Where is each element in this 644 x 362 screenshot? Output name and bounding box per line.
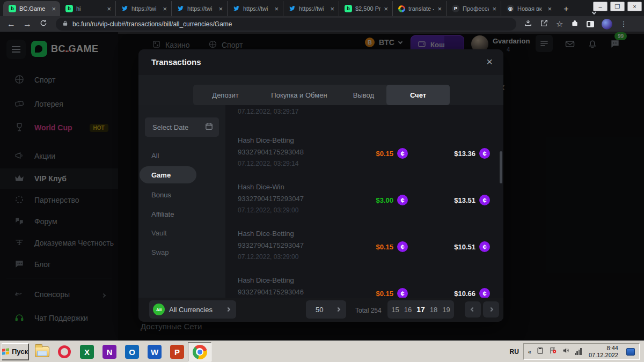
tab-close-icon[interactable]: ×	[384, 5, 388, 12]
tab-close-icon[interactable]: ×	[52, 5, 56, 12]
tab-close-icon[interactable]: ×	[274, 5, 279, 12]
tab-label: translate -	[408, 5, 434, 12]
filter-bonus[interactable]: Bonus	[151, 191, 171, 199]
reload-button[interactable]	[35, 19, 52, 29]
modal-tab-band: Депозит Покупка и Обмен Вывод Счет	[138, 75, 503, 105]
tray-clock[interactable]: 8:44 07.12.2022	[589, 345, 618, 359]
modal-close-icon[interactable]: ×	[486, 56, 493, 68]
prev-page-button[interactable]	[465, 301, 481, 317]
restore-button[interactable]: ❐	[610, 2, 625, 11]
taskbar-opera[interactable]	[56, 344, 73, 360]
tab-withdraw[interactable]: Вывод	[341, 85, 386, 105]
page-17-current[interactable]: 17	[416, 305, 425, 314]
bookmark-star-icon[interactable]: ☆	[556, 19, 563, 29]
taskbar-excel[interactable]: X	[78, 344, 96, 360]
tx-amount: $0.15¢	[376, 241, 408, 252]
filter-all[interactable]: All	[151, 152, 159, 160]
tx-id: 93327904175293048	[238, 148, 490, 156]
taskbar-chrome-active[interactable]	[188, 342, 211, 361]
tab-label: https://twi	[243, 5, 271, 12]
tab-close-icon[interactable]: ×	[492, 5, 496, 12]
all-currencies-button[interactable]: All All Currencies	[149, 300, 236, 319]
tx-date: 07.12.2022, 03:29:00	[238, 253, 490, 261]
tab-close-icon[interactable]: ×	[218, 5, 223, 12]
close-window-button[interactable]: ×	[627, 2, 642, 11]
filter-vault[interactable]: Vault	[151, 229, 167, 237]
tab-label: hi	[76, 5, 104, 12]
all-currencies-badge: All	[153, 304, 165, 315]
twitter-icon	[289, 5, 296, 13]
address-bar[interactable]: bc.fun/ru/vip-club#/transactions/bill/al…	[56, 18, 516, 31]
tab-twitter-4[interactable]: https://twi ×	[283, 1, 339, 16]
flag-alert-tray-icon[interactable]	[549, 346, 557, 357]
tab-professi[interactable]: P Професси ×	[447, 1, 501, 16]
page-19[interactable]: 19	[442, 306, 450, 314]
new-tab-button[interactable]: +	[559, 2, 573, 16]
taskbar-explorer[interactable]	[33, 344, 50, 360]
minimize-button[interactable]: –	[593, 2, 608, 11]
filter-swap[interactable]: Swap	[151, 248, 169, 256]
tx-balance: $13.51¢	[454, 195, 490, 205]
tab-close-icon[interactable]: ×	[437, 5, 442, 12]
tab-close-icon[interactable]: ×	[547, 5, 552, 12]
tab-close-icon[interactable]: ×	[107, 5, 111, 12]
tab-bcgame[interactable]: b BC.Game ×	[3, 1, 60, 16]
start-button[interactable]: Пуск	[2, 343, 28, 360]
browser-profile-avatar[interactable]	[602, 19, 612, 29]
page-15[interactable]: 15	[391, 306, 399, 314]
page-18[interactable]: 18	[430, 306, 437, 314]
transactions-modal: Transactions × Депозит Покупка и Обмен В…	[138, 49, 503, 322]
install-icon[interactable]	[524, 19, 532, 29]
tab-twitter-3[interactable]: https://twi ×	[228, 1, 283, 16]
side-panel-icon[interactable]	[587, 21, 594, 27]
tab-bill[interactable]: Счет	[386, 85, 450, 105]
taskbar-word[interactable]: W	[146, 344, 163, 360]
select-date-button[interactable]: Select Date	[145, 117, 219, 137]
filter-affiliate[interactable]: Affiliate	[151, 210, 174, 218]
tab-close-icon[interactable]: ×	[330, 5, 334, 12]
transaction-row[interactable]: Hash Dice-Betting 93327904175293047 07.1…	[238, 230, 490, 276]
transaction-row[interactable]: Hash Dice-Betting 93327904175293048 07.1…	[238, 136, 490, 183]
tab-close-icon[interactable]: ×	[163, 5, 167, 12]
page-size-select[interactable]: 50	[306, 300, 346, 319]
tx-balance: $10.51¢	[454, 241, 490, 252]
tab-deposit[interactable]: Депозит	[193, 85, 258, 105]
tab-translate[interactable]: translate - ×	[393, 1, 447, 16]
tx-amount: $3.00¢	[376, 195, 408, 205]
show-desktop-icon[interactable]	[626, 348, 635, 356]
window-controls: – ❐ ×	[593, 2, 642, 11]
transaction-row[interactable]: Hash Dice-Win 93327904175293047 07.12.20…	[238, 183, 490, 230]
filter-game[interactable]: Game	[151, 171, 171, 179]
tab-prize[interactable]: b $2,500 Pr ×	[339, 1, 393, 16]
tab-twitter-2[interactable]: https://twi ×	[172, 1, 228, 16]
back-button[interactable]: ←	[3, 19, 19, 29]
start-label: Пуск	[12, 348, 28, 356]
tab-hi[interactable]: b hi ×	[60, 1, 116, 16]
site-viewport: BC.GAME Спорт Лотерея World Cup HOT Акци…	[0, 32, 644, 341]
select-date-label: Select Date	[152, 123, 188, 131]
extensions-puzzle-icon[interactable]	[570, 19, 579, 29]
tab-twitter-1[interactable]: https://twi ×	[116, 1, 172, 16]
taskbar-onenote[interactable]: N	[101, 344, 118, 360]
modal-scrollbar-thumb[interactable]	[500, 151, 502, 183]
taskbar-outlook[interactable]: O	[123, 344, 141, 360]
next-page-button[interactable]	[483, 301, 499, 317]
network-signal-icon[interactable]	[575, 348, 582, 355]
all-currencies-label: All Currencies	[169, 306, 222, 314]
tray-icons: « 8:44 07.12.2022	[523, 343, 640, 360]
forward-button[interactable]: →	[19, 19, 35, 29]
google-icon	[398, 5, 405, 12]
speaker-tray-icon[interactable]	[562, 346, 570, 357]
tab-buy-swap[interactable]: Покупка и Обмен	[258, 85, 341, 105]
tray-expand-icon[interactable]: «	[528, 349, 531, 355]
tab-new[interactable]: ◎ Новая вк ×	[501, 1, 556, 16]
tx-title: Hash Dice-Betting	[238, 230, 490, 238]
taskbar-powerpoint[interactable]: P	[169, 344, 186, 360]
page-16[interactable]: 16	[404, 306, 412, 314]
browser-menu-icon[interactable]: ⋮	[620, 20, 627, 28]
language-indicator[interactable]: RU	[509, 348, 518, 356]
share-icon[interactable]	[540, 19, 548, 29]
clipboard-tray-icon[interactable]	[536, 346, 544, 357]
onenote-icon: N	[103, 345, 116, 359]
page-size-value: 50	[316, 306, 323, 314]
